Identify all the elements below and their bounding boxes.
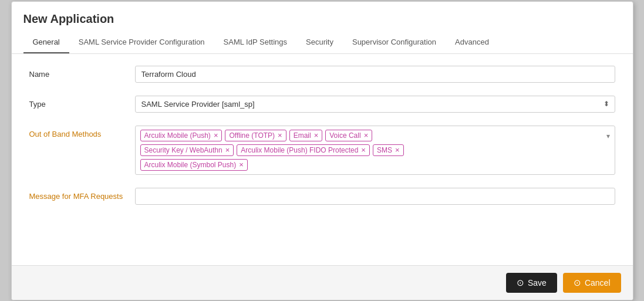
mfa-label: Message for MFA Requests [29,188,135,201]
tag-sms: SMS × [373,144,404,156]
tag-arculix-fido: Arculix Mobile (Push) FIDO Protected × [237,144,370,156]
remove-sms[interactable]: × [395,146,400,154]
tag-security-key: Security Key / WebAuthn × [140,144,234,156]
remove-arculix-fido[interactable]: × [361,146,366,154]
tab-saml-idp[interactable]: SAML IdP Settings [214,32,296,53]
mfa-input[interactable] [135,188,615,205]
remove-security-key[interactable]: × [225,146,230,154]
type-row: Type SAML Service Provider [saml_sp] ⬍ [29,96,615,113]
name-input[interactable] [135,66,615,83]
footer: ⊙ Save ⊙ Cancel [12,265,633,300]
oob-label: Out of Band Methods [29,126,135,138]
tab-supervisor[interactable]: Supervisor Configuration [343,32,446,53]
oob-tags-row: Arculix Mobile (Push) × Offline (TOTP) ×… [140,130,610,141]
tab-bar: General SAML Service Provider Configurat… [12,32,633,54]
oob-multiselect[interactable]: Arculix Mobile (Push) × Offline (TOTP) ×… [135,126,615,175]
tab-general[interactable]: General [23,32,69,53]
type-label: Type [29,96,135,109]
cancel-label: Cancel [585,278,611,288]
remove-voice-call[interactable]: × [364,131,369,139]
tab-advanced[interactable]: Advanced [446,32,498,53]
tag-voice-call: Voice Call × [325,130,372,141]
form-area: Name Type SAML Service Provider [saml_sp… [12,54,633,265]
tag-offline-totp: Offline (TOTP) × [225,130,286,141]
oob-row: Out of Band Methods Arculix Mobile (Push… [29,126,615,175]
cancel-icon: ⊙ [574,278,581,288]
oob-dropdown-arrow-icon[interactable]: ▾ [606,132,610,140]
name-label: Name [29,66,135,79]
save-icon: ⊙ [517,278,524,288]
tab-saml-sp[interactable]: SAML Service Provider Configuration [69,32,214,53]
save-label: Save [528,278,547,288]
mfa-row: Message for MFA Requests [29,188,615,205]
tag-email: Email × [289,130,323,141]
oob-tags-row-3: Arculix Mobile (Symbol Push) × [140,159,610,171]
type-select[interactable]: SAML Service Provider [saml_sp] [135,96,615,113]
tag-arculix-mobile-push: Arculix Mobile (Push) × [140,130,222,141]
remove-offline-totp[interactable]: × [278,131,282,139]
application-window: New Application General SAML Service Pro… [11,1,633,300]
type-select-wrapper: SAML Service Provider [saml_sp] ⬍ [135,96,615,113]
page-title: New Application [12,2,633,32]
cancel-button[interactable]: ⊙ Cancel [563,273,621,293]
tab-security[interactable]: Security [296,32,343,53]
oob-tags-row-2: Security Key / WebAuthn × Arculix Mobile… [140,144,610,156]
save-button[interactable]: ⊙ Save [506,273,557,293]
remove-arculix-symbol[interactable]: × [239,161,244,168]
tag-arculix-symbol: Arculix Mobile (Symbol Push) × [140,159,248,171]
remove-arculix-mobile-push[interactable]: × [214,131,218,139]
name-row: Name [29,66,615,83]
remove-email[interactable]: × [314,131,319,139]
